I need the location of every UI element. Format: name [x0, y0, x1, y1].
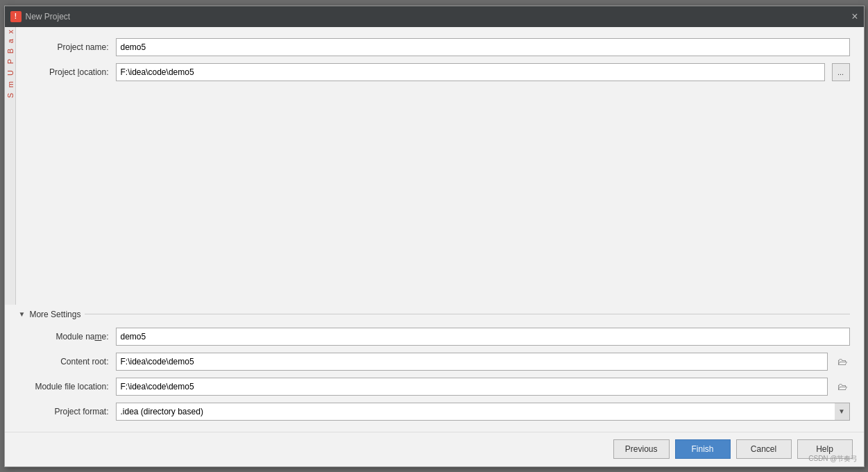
- sidebar-text-4: P: [5, 56, 16, 67]
- previous-button[interactable]: Previous: [613, 439, 670, 459]
- more-settings-section: ▼ More Settings Module name: Content roo…: [19, 310, 850, 421]
- content-root-input[interactable]: [116, 353, 828, 371]
- content-root-browse-icon[interactable]: 🗁: [835, 356, 850, 367]
- collapse-triangle[interactable]: ▼: [19, 310, 26, 318]
- module-file-location-label: Module file location:: [19, 382, 109, 391]
- project-format-select[interactable]: .idea (directory based) Eclipse: [116, 403, 850, 421]
- project-location-label: Project location:: [19, 67, 109, 77]
- title-bar: ! New Project ×: [5, 6, 864, 27]
- watermark: CSDN @节奏弓: [808, 454, 858, 464]
- sidebar-text-3: B: [5, 46, 16, 56]
- close-button[interactable]: ×: [851, 11, 858, 22]
- title-bar-left: ! New Project: [10, 11, 71, 22]
- sidebar-peek: x a B P U m S: [5, 27, 16, 305]
- body-spacer: [19, 88, 850, 297]
- dialog-footer: Previous Finish Cancel Help: [5, 432, 864, 466]
- sidebar-text-2: a: [5, 36, 16, 46]
- project-format-label: Project format:: [19, 407, 109, 416]
- browse-button[interactable]: ...: [832, 63, 850, 81]
- sidebar-text-6: m: [5, 78, 16, 90]
- project-format-select-wrapper: .idea (directory based) Eclipse ▼: [116, 403, 850, 421]
- module-file-location-browse-icon[interactable]: 🗁: [835, 381, 850, 392]
- sidebar-text-1: x: [5, 27, 16, 37]
- header-line: [85, 314, 849, 314]
- finish-button[interactable]: Finish: [675, 439, 731, 459]
- dialog-body: Project name: Project location: ... ▼ Mo…: [5, 27, 864, 432]
- new-project-dialog: ! New Project × x a B P U m S Project na…: [4, 6, 865, 467]
- module-name-label: Module name:: [19, 332, 109, 342]
- project-name-input[interactable]: [116, 38, 850, 56]
- module-name-row: Module name:: [19, 328, 850, 346]
- app-icon: !: [10, 11, 22, 22]
- more-settings-header: ▼ More Settings: [19, 310, 850, 319]
- module-name-input[interactable]: [116, 328, 850, 346]
- content-root-row: Content root: 🗁: [19, 353, 850, 371]
- cancel-button[interactable]: Cancel: [736, 439, 792, 459]
- dialog-title: New Project: [26, 12, 71, 22]
- project-location-row: Project location: ...: [19, 63, 850, 81]
- project-format-row: Project format: .idea (directory based) …: [19, 403, 850, 421]
- content-root-label: Content root:: [19, 357, 109, 366]
- more-settings-label: More Settings: [29, 310, 80, 319]
- module-file-location-input[interactable]: [116, 378, 828, 396]
- project-location-input[interactable]: [116, 63, 825, 81]
- sidebar-text-7: S: [5, 90, 16, 101]
- sidebar-text-5: U: [5, 67, 16, 78]
- module-file-location-row: Module file location: 🗁: [19, 378, 850, 396]
- project-name-label: Project name:: [19, 42, 109, 52]
- project-name-row: Project name:: [19, 38, 850, 56]
